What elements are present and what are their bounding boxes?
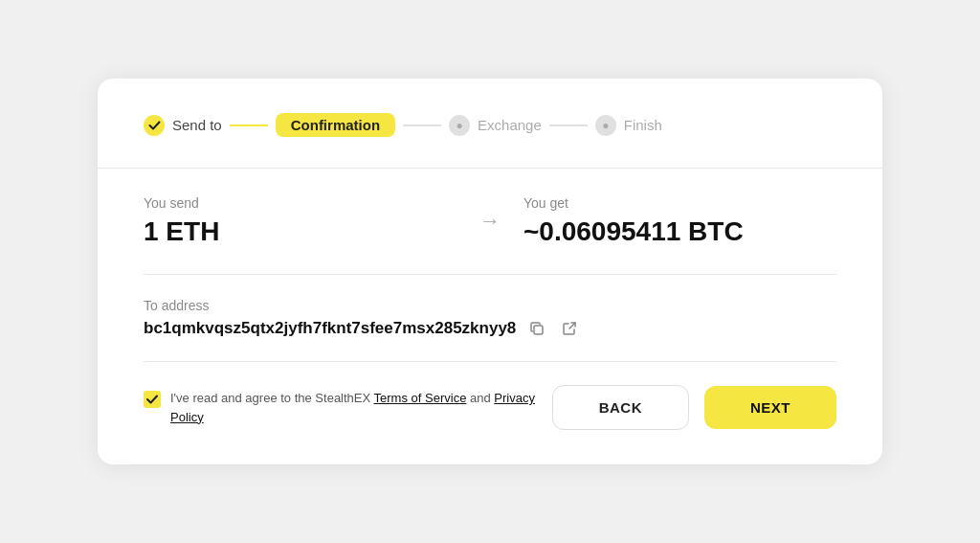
footer-section: I've read and agree to the StealthEX Ter… xyxy=(144,362,836,430)
step-send-to: Send to xyxy=(144,115,222,136)
connector-2 xyxy=(403,124,441,126)
address-label: To address xyxy=(144,298,836,313)
stepper: Send to Confirmation ● Exchange ● Finish xyxy=(144,113,836,137)
exchange-section: You send 1 ETH → You get ~0.06095411 BTC xyxy=(144,169,836,275)
get-label: You get xyxy=(523,195,836,211)
step-send-to-circle xyxy=(144,115,165,136)
svg-rect-0 xyxy=(534,326,543,334)
open-address-button[interactable] xyxy=(558,319,581,338)
confirmation-card: Send to Confirmation ● Exchange ● Finish… xyxy=(98,79,882,464)
send-amount: 1 ETH xyxy=(144,216,457,247)
step-confirmation-label: Confirmation xyxy=(276,113,395,137)
terms-row: I've read and agree to the StealthEX Ter… xyxy=(144,389,552,426)
action-buttons: BACK NEXT xyxy=(552,385,836,430)
back-button[interactable]: BACK xyxy=(552,385,689,430)
copy-address-button[interactable] xyxy=(525,319,548,338)
tos-link[interactable]: Terms of Service xyxy=(374,391,467,405)
step-send-to-label: Send to xyxy=(172,117,222,133)
terms-checkbox[interactable] xyxy=(144,391,161,408)
send-label: You send xyxy=(144,195,457,211)
address-section: To address bc1qmkvqsz5qtx2jyfh7fknt7sfee… xyxy=(144,275,836,362)
next-button[interactable]: NEXT xyxy=(704,386,836,429)
step-finish-circle: ● xyxy=(595,115,616,136)
step-confirmation: Confirmation xyxy=(276,113,395,137)
arrow-icon: → xyxy=(457,209,523,234)
step-exchange-circle: ● xyxy=(449,115,470,136)
address-value: bc1qmkvqsz5qtx2jyfh7fknt7sfee7msx285zkny… xyxy=(144,319,516,338)
step-finish: ● Finish xyxy=(595,115,662,136)
terms-text: I've read and agree to the StealthEX Ter… xyxy=(170,389,552,426)
step-exchange-label: Exchange xyxy=(478,117,542,133)
connector-1 xyxy=(230,124,268,126)
step-finish-label: Finish xyxy=(624,117,662,133)
address-row: bc1qmkvqsz5qtx2jyfh7fknt7sfee7msx285zkny… xyxy=(144,319,836,338)
get-block: You get ~0.06095411 BTC xyxy=(523,195,836,247)
get-amount: ~0.06095411 BTC xyxy=(523,216,836,247)
connector-3 xyxy=(549,124,588,126)
step-exchange: ● Exchange xyxy=(449,115,542,136)
send-block: You send 1 ETH xyxy=(144,195,457,247)
